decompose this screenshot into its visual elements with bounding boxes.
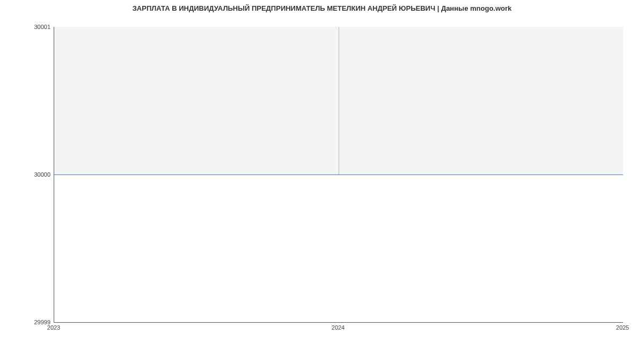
x-tick-label: 2024 [332, 324, 345, 331]
y-tick-label: 29999 [2, 319, 50, 325]
salary-chart: ЗАРПЛАТА В ИНДИВИДУАЛЬНЫЙ ПРЕДПРИНИМАТЕЛ… [0, 0, 644, 349]
y-tick-label: 30000 [2, 171, 50, 178]
area-fill [54, 174, 623, 322]
plot-area [54, 27, 623, 323]
x-tick-label: 2023 [47, 324, 60, 331]
y-tick-label: 30001 [2, 24, 50, 30]
x-tick-label: 2025 [616, 324, 629, 331]
chart-title: ЗАРПЛАТА В ИНДИВИДУАЛЬНЫЙ ПРЕДПРИНИМАТЕЛ… [0, 4, 644, 12]
series-line [54, 174, 623, 175]
